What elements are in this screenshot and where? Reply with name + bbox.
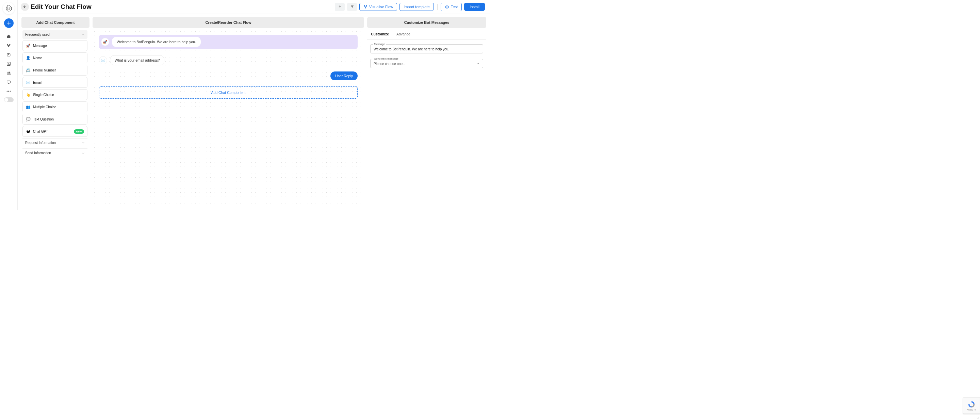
download-button[interactable] bbox=[335, 3, 345, 11]
goto-next-select[interactable]: Go to next message Please choose one... bbox=[370, 59, 483, 68]
download-icon bbox=[338, 5, 342, 9]
component-label: Text Question bbox=[33, 118, 54, 121]
message-bubble: What is your email address? bbox=[110, 55, 164, 65]
install-button[interactable]: Install bbox=[464, 3, 485, 11]
nav-analytics[interactable] bbox=[5, 60, 13, 68]
message-bubble: Welcome to BotPenguin. We are here to he… bbox=[112, 37, 201, 47]
svg-point-24 bbox=[447, 6, 447, 7]
import-template-button[interactable]: Import template bbox=[399, 3, 434, 11]
component-single-choice[interactable]: 👆 Single Choice bbox=[22, 89, 88, 100]
question-icon: 💬 bbox=[26, 117, 30, 121]
openai-icon bbox=[26, 129, 30, 134]
component-chatgpt[interactable]: Chat GPT New bbox=[22, 126, 88, 137]
dropdown-caret-icon bbox=[477, 62, 480, 65]
add-component-dropzone[interactable]: Add Chat Component bbox=[99, 86, 358, 99]
component-email[interactable]: ✉️ Email bbox=[22, 77, 88, 88]
nav-more[interactable] bbox=[5, 87, 13, 95]
header: Edit Your Chat Flow Visualise Flow Impor… bbox=[18, 0, 490, 14]
flow-message-selected[interactable]: 🚀 Welcome to BotPenguin. We are here to … bbox=[99, 35, 358, 49]
message-input[interactable] bbox=[374, 47, 480, 51]
rocket-icon: 🚀 bbox=[26, 43, 30, 48]
plus-icon bbox=[6, 21, 11, 25]
chevron-down-icon bbox=[81, 151, 85, 155]
tap-icon: 👆 bbox=[26, 92, 30, 97]
theme-toggle[interactable] bbox=[4, 97, 14, 102]
component-phone[interactable]: 📇 Phone Number bbox=[22, 65, 88, 76]
svg-point-15 bbox=[7, 72, 8, 73]
customize-tabs: Customize Advance bbox=[367, 29, 486, 40]
chart-icon bbox=[6, 62, 11, 66]
svg-rect-17 bbox=[7, 81, 11, 83]
tab-advance[interactable]: Advance bbox=[393, 29, 414, 39]
group-frequently-used[interactable]: Frequently used bbox=[22, 30, 88, 39]
import-label: Import template bbox=[404, 5, 430, 9]
test-button[interactable]: Test bbox=[441, 3, 462, 11]
bot-avatar: 🚀 bbox=[101, 38, 109, 46]
phone-icon: 📇 bbox=[26, 68, 30, 73]
arrow-left-icon bbox=[23, 5, 27, 9]
component-label: Email bbox=[33, 81, 41, 84]
group-title: Request Information bbox=[25, 141, 56, 145]
flow-panel: Create/Reorder Chat Flow 🚀 Welcome to Bo… bbox=[92, 17, 364, 207]
svg-point-6 bbox=[10, 5, 10, 6]
svg-rect-23 bbox=[365, 8, 366, 8]
user-reply-chip[interactable]: User Reply bbox=[331, 72, 358, 80]
flow-icon bbox=[6, 43, 11, 48]
more-icon bbox=[6, 91, 11, 92]
tab-customize[interactable]: Customize bbox=[367, 29, 393, 39]
chevron-up-icon bbox=[81, 33, 85, 37]
message-field[interactable]: Message bbox=[370, 44, 483, 53]
svg-point-19 bbox=[8, 91, 9, 92]
flowchart-icon bbox=[363, 5, 368, 9]
header-divider bbox=[437, 4, 438, 10]
desktop-icon bbox=[6, 80, 11, 84]
logo-badge[interactable] bbox=[3, 2, 14, 14]
svg-rect-13 bbox=[8, 63, 9, 65]
group-title: Send Information bbox=[25, 151, 51, 155]
person-icon: 👤 bbox=[26, 56, 30, 60]
eye-icon bbox=[445, 5, 449, 9]
upload-button[interactable] bbox=[347, 3, 357, 11]
svg-point-16 bbox=[9, 72, 10, 73]
bot-avatar: ✉️ bbox=[99, 56, 107, 64]
component-multiple-choice[interactable]: 👥 Multiple Choice bbox=[22, 102, 88, 112]
svg-rect-22 bbox=[366, 5, 367, 6]
component-label: Name bbox=[33, 56, 42, 60]
page-title: Edit Your Chat Flow bbox=[30, 3, 92, 11]
nav-desktop[interactable] bbox=[5, 78, 13, 86]
add-component-header: Add Chat Component bbox=[21, 17, 89, 28]
svg-point-18 bbox=[7, 91, 8, 92]
customize-panel: Customize Bot Messages Customize Advance… bbox=[367, 17, 486, 207]
new-badge: New bbox=[74, 129, 84, 134]
back-button[interactable] bbox=[21, 3, 29, 11]
component-label: Chat GPT bbox=[33, 130, 48, 134]
group-request-information[interactable]: Request Information bbox=[22, 138, 88, 147]
group-icon: 👥 bbox=[26, 105, 30, 109]
home-icon bbox=[6, 34, 11, 38]
group-send-information[interactable]: Send Information bbox=[22, 148, 88, 157]
component-label: Single Choice bbox=[33, 93, 54, 97]
field-label: Message bbox=[373, 43, 386, 46]
nav-inbox[interactable] bbox=[5, 50, 13, 59]
nav-home[interactable] bbox=[5, 32, 13, 40]
flow-message[interactable]: ✉️ What is your email address? bbox=[99, 55, 358, 65]
visualise-button[interactable]: Visualise Flow bbox=[360, 3, 397, 11]
field-label: Go to next message bbox=[373, 57, 399, 60]
nav-team[interactable] bbox=[5, 69, 13, 77]
add-button[interactable] bbox=[4, 18, 14, 28]
svg-point-1 bbox=[7, 8, 8, 8]
flow-canvas[interactable]: 🚀 Welcome to BotPenguin. We are here to … bbox=[92, 30, 364, 207]
svg-rect-21 bbox=[364, 5, 365, 6]
add-component-panel: Add Chat Component Frequently used 🚀 Mes… bbox=[21, 17, 89, 207]
chevron-down-icon bbox=[81, 141, 85, 145]
select-value: Please choose one... bbox=[374, 62, 405, 66]
nav-flow[interactable] bbox=[5, 41, 13, 49]
group-title: Frequently used bbox=[25, 33, 50, 37]
visualise-label: Visualise Flow bbox=[369, 5, 393, 9]
svg-point-4 bbox=[8, 5, 8, 6]
flow-header: Create/Reorder Chat Flow bbox=[92, 17, 364, 28]
component-message[interactable]: 🚀 Message bbox=[22, 40, 88, 51]
component-name[interactable]: 👤 Name bbox=[22, 52, 88, 63]
svg-point-0 bbox=[6, 6, 11, 11]
component-text-question[interactable]: 💬 Text Question bbox=[22, 114, 88, 124]
